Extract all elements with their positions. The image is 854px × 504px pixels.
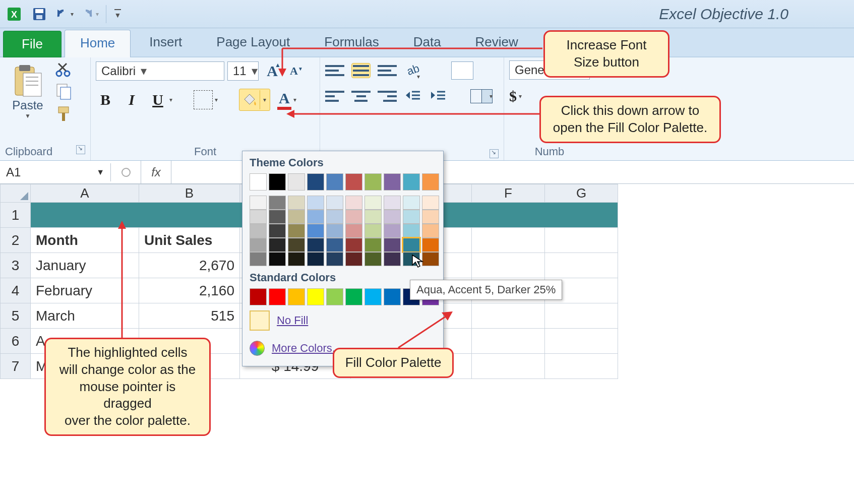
cell[interactable] xyxy=(472,228,545,253)
color-swatch[interactable] xyxy=(326,288,343,305)
color-swatch[interactable] xyxy=(326,252,343,266)
color-swatch[interactable] xyxy=(364,288,382,305)
no-fill-link[interactable]: NNo Fillo Fill xyxy=(277,314,308,327)
color-swatch[interactable] xyxy=(250,196,267,210)
align-left-button[interactable] xyxy=(325,89,344,104)
name-box[interactable]: A1▼ xyxy=(0,163,111,181)
cell[interactable] xyxy=(545,303,618,329)
accounting-format-button[interactable]: $ xyxy=(509,88,517,105)
redo-button[interactable]: ▾ xyxy=(81,5,99,23)
tab-page-layout[interactable]: Page Layout xyxy=(201,29,306,56)
cell[interactable] xyxy=(472,253,545,278)
color-swatch[interactable] xyxy=(384,288,401,305)
alignment-dialog-launcher[interactable] xyxy=(490,149,499,158)
color-swatch[interactable] xyxy=(403,252,420,266)
cell[interactable]: Unit Sales xyxy=(139,228,240,253)
tab-formulas[interactable]: Formulas xyxy=(309,29,394,56)
cut-button[interactable] xyxy=(55,60,73,78)
save-button[interactable] xyxy=(30,5,48,23)
color-swatch[interactable] xyxy=(422,238,439,252)
cell[interactable]: January xyxy=(31,253,139,278)
color-swatch[interactable] xyxy=(364,252,382,266)
col-header-A[interactable]: A xyxy=(31,184,139,203)
paste-button[interactable]: Paste ▼ xyxy=(5,63,50,119)
orientation-button[interactable]: ab▾ xyxy=(404,60,422,81)
color-swatch[interactable] xyxy=(307,252,324,266)
color-swatch[interactable] xyxy=(422,224,439,238)
color-swatch[interactable] xyxy=(403,224,420,238)
color-swatch[interactable] xyxy=(269,238,286,252)
align-right-button[interactable] xyxy=(378,89,397,104)
cell[interactable]: February xyxy=(31,278,139,303)
color-swatch[interactable] xyxy=(269,196,286,210)
color-swatch[interactable] xyxy=(288,238,305,252)
align-center-button[interactable] xyxy=(351,89,371,104)
row-header-2[interactable]: 2 xyxy=(1,228,31,253)
row-header-1[interactable]: 1 xyxy=(1,203,31,228)
col-header-F[interactable]: F xyxy=(472,184,545,203)
color-swatch[interactable] xyxy=(384,238,401,252)
color-swatch[interactable] xyxy=(403,173,420,191)
color-swatch[interactable] xyxy=(364,224,382,238)
color-swatch[interactable] xyxy=(307,288,324,305)
color-swatch[interactable] xyxy=(250,252,267,266)
color-swatch[interactable] xyxy=(403,196,420,210)
color-swatch[interactable] xyxy=(422,252,439,266)
increase-font-size-button[interactable]: A▲ xyxy=(262,60,283,82)
color-swatch[interactable] xyxy=(326,238,343,252)
color-swatch[interactable] xyxy=(269,252,286,266)
color-swatch[interactable] xyxy=(384,196,401,210)
color-swatch[interactable] xyxy=(288,210,305,224)
cell[interactable] xyxy=(545,228,618,253)
increase-indent-button[interactable] xyxy=(429,88,447,105)
color-swatch[interactable] xyxy=(364,196,382,210)
col-header-B[interactable]: B xyxy=(139,184,240,203)
tab-review[interactable]: Review xyxy=(460,29,534,56)
no-fill-swatch[interactable] xyxy=(250,310,270,331)
color-swatch[interactable] xyxy=(326,224,343,238)
font-color-button[interactable]: A▾ xyxy=(277,90,296,110)
color-swatch[interactable] xyxy=(345,238,362,252)
color-swatch[interactable] xyxy=(422,173,439,191)
select-all-button[interactable] xyxy=(1,184,31,203)
tab-data[interactable]: Data xyxy=(398,29,457,56)
color-swatch[interactable] xyxy=(307,238,324,252)
format-painter-button[interactable] xyxy=(55,105,73,122)
qat-customize-button[interactable]: ▼ xyxy=(106,5,124,23)
font-size-dropdown[interactable]: 11▾ xyxy=(227,61,259,81)
color-swatch[interactable] xyxy=(384,173,401,191)
underline-button[interactable]: U xyxy=(148,91,167,108)
color-swatch[interactable] xyxy=(326,173,343,191)
cell[interactable] xyxy=(545,253,618,278)
color-swatch[interactable] xyxy=(422,196,439,210)
more-colors-link[interactable]: More Colors... xyxy=(272,342,341,355)
color-swatch[interactable] xyxy=(345,196,362,210)
copy-button[interactable] xyxy=(55,83,73,100)
color-swatch[interactable] xyxy=(403,238,420,252)
color-swatch[interactable] xyxy=(288,224,305,238)
color-swatch[interactable] xyxy=(326,196,343,210)
decrease-indent-button[interactable] xyxy=(404,88,422,105)
cell[interactable] xyxy=(545,329,618,354)
row-header-7[interactable]: 7 xyxy=(1,354,31,379)
color-swatch[interactable] xyxy=(384,224,401,238)
font-name-dropdown[interactable]: Calibri▾ xyxy=(96,61,224,81)
cell[interactable]: 2,160 xyxy=(139,278,240,303)
color-swatch[interactable] xyxy=(269,224,286,238)
tab-file[interactable]: File xyxy=(3,31,62,57)
color-swatch[interactable] xyxy=(364,238,382,252)
color-swatch[interactable] xyxy=(326,210,343,224)
col-header-G[interactable]: G xyxy=(545,184,618,203)
color-swatch[interactable] xyxy=(250,224,267,238)
color-swatch[interactable] xyxy=(250,210,267,224)
color-swatch[interactable] xyxy=(307,224,324,238)
color-swatch[interactable] xyxy=(345,210,362,224)
color-swatch[interactable] xyxy=(307,196,324,210)
color-swatch[interactable] xyxy=(403,210,420,224)
insert-function-button[interactable]: fx xyxy=(141,161,171,183)
cell[interactable]: 2,670 xyxy=(139,253,240,278)
bottom-align-button[interactable] xyxy=(378,63,397,78)
undo-button[interactable]: ▾ xyxy=(55,5,74,23)
color-swatch[interactable] xyxy=(364,210,382,224)
bold-button[interactable]: B xyxy=(96,91,115,108)
